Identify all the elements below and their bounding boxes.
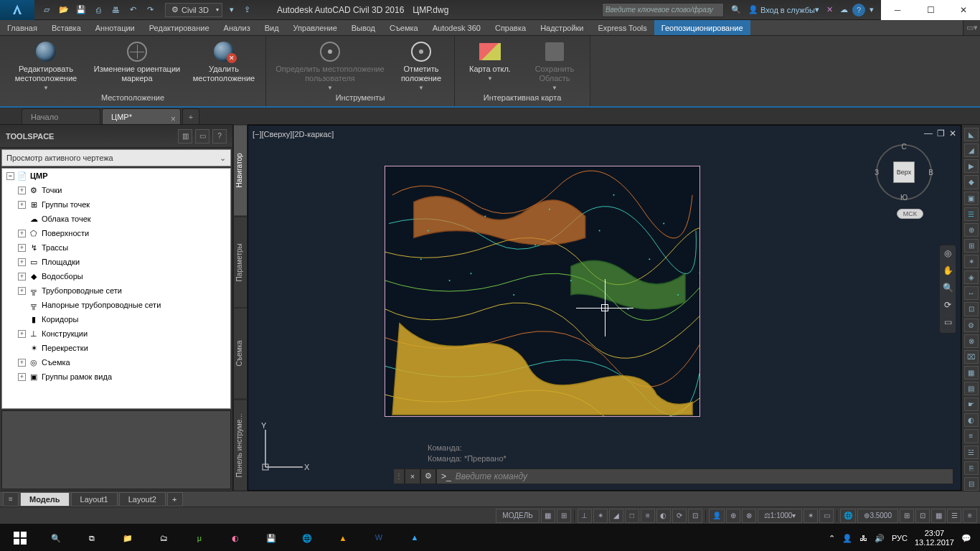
explorer-icon[interactable]: 📁: [110, 524, 145, 551]
wheel-icon[interactable]: ◎: [941, 248, 954, 261]
tray-up-icon[interactable]: ⌃: [829, 534, 835, 543]
sb-btn[interactable]: ⊞: [900, 509, 914, 523]
viewport-controls-label[interactable]: [−][Сверху][2D-каркас]: [253, 130, 334, 138]
civil3d-taskbar-icon[interactable]: ▲: [397, 524, 432, 551]
dynucs-icon[interactable]: ⊡: [688, 509, 702, 523]
map-off-button[interactable]: Карта откл.▼: [458, 37, 522, 93]
tree-item-pressure[interactable]: ╦Напорные трубопроводные сети: [2, 298, 230, 312]
layout-tab-2[interactable]: Layout2: [119, 492, 166, 507]
transparency-icon[interactable]: ◐: [656, 509, 671, 523]
rt-btn[interactable]: ⎘: [964, 461, 979, 475]
tab-home[interactable]: Главная: [0, 20, 44, 35]
rt-btn[interactable]: ☰: [964, 207, 979, 221]
remove-location-button[interactable]: Удалить местоположение: [185, 37, 263, 93]
open-icon[interactable]: 📂: [56, 2, 72, 18]
capture-area-button[interactable]: Сохранить Область▼: [522, 37, 587, 93]
tree-item-sites[interactable]: +▭Площадки: [2, 255, 230, 269]
doc-tab-start[interactable]: Начало: [22, 108, 100, 124]
tab-analyze[interactable]: Анализ: [217, 20, 258, 35]
close-tab-icon[interactable]: ×: [171, 111, 176, 127]
tab-annotate[interactable]: Аннотации: [88, 20, 142, 35]
app2-icon[interactable]: ▲: [326, 524, 360, 551]
a360-icon[interactable]: ☁: [837, 2, 851, 18]
notifications-icon[interactable]: 💬: [961, 534, 971, 543]
command-input[interactable]: >_ Введите команду: [436, 468, 953, 484]
utorrent-icon[interactable]: μ: [182, 524, 217, 551]
plot-icon[interactable]: 🖶: [108, 2, 123, 18]
vtab-settings[interactable]: Параметры: [233, 217, 248, 309]
vtab-toolbox[interactable]: Панель инструме...: [233, 400, 248, 491]
rt-btn[interactable]: ✶: [964, 255, 979, 268]
vp-restore-icon[interactable]: ❐: [937, 128, 945, 138]
ortho-icon[interactable]: ⊥: [578, 509, 592, 523]
save-app-icon[interactable]: 💾: [254, 524, 288, 551]
rt-btn[interactable]: ⊕: [964, 223, 979, 237]
cycling-icon[interactable]: ⟳: [672, 509, 687, 523]
viewcube-face[interactable]: Верх: [893, 161, 915, 183]
zoom-icon[interactable]: 🔍: [941, 283, 954, 296]
toolspace-view-dropdown[interactable]: Просмотр активного чертежа: [1, 149, 231, 166]
tree-item-survey[interactable]: +◎Съемка: [2, 355, 230, 369]
tree-item-surfaces[interactable]: +⬠Поверхности: [2, 226, 230, 240]
tab-output[interactable]: Вывод: [344, 20, 382, 35]
rt-btn[interactable]: ▣: [964, 192, 979, 205]
layout-tab-model[interactable]: Модель: [20, 492, 70, 507]
rt-btn[interactable]: ↔: [964, 286, 979, 300]
layout-nav-icon[interactable]: ≡: [3, 492, 19, 507]
signin-button[interactable]: 👤 Вход в службы ▾: [745, 2, 822, 18]
tree-item-intersections[interactable]: ✶Перекрестки: [2, 341, 230, 355]
explorer2-icon[interactable]: 🗂: [146, 524, 181, 551]
sb-btn[interactable]: ⊗: [742, 509, 756, 523]
word-icon[interactable]: W: [362, 524, 396, 551]
cmdline-config-icon[interactable]: ⚙: [420, 468, 436, 484]
sb-btn[interactable]: ✶: [804, 509, 818, 523]
lineweight-icon[interactable]: ≡: [641, 509, 655, 523]
viewcube[interactable]: Верх С Ю В З: [876, 144, 932, 200]
tab-express[interactable]: Express Tools: [590, 20, 654, 35]
close-button[interactable]: ✕: [947, 0, 980, 20]
ribbon-minimize-icon[interactable]: ▭▾: [963, 20, 980, 35]
mark-position-button[interactable]: Отметить положение▼: [391, 37, 451, 93]
vp-minimize-icon[interactable]: —: [924, 128, 933, 138]
showmotion-icon[interactable]: ▭: [941, 317, 954, 330]
network-icon[interactable]: 🖧: [859, 534, 867, 542]
drawing-viewport[interactable]: [−][Сверху][2D-каркас] — ❐ ✕ Верх С Ю В …: [248, 125, 961, 491]
isodraft-icon[interactable]: ◢: [609, 509, 623, 523]
rt-btn[interactable]: ◐: [964, 413, 979, 427]
tab-geolocation[interactable]: Геопозиционирование: [654, 20, 750, 35]
tree-item-viewframes[interactable]: +▣Группы рамок вида: [2, 369, 230, 384]
rt-btn[interactable]: ▶: [964, 159, 979, 173]
tab-a360[interactable]: Autodesk 360: [425, 20, 488, 35]
rt-btn[interactable]: ≡: [964, 429, 979, 443]
layout-tab-1[interactable]: Layout1: [71, 492, 118, 507]
toolspace-btn-1[interactable]: ▥: [178, 129, 192, 143]
tree-root[interactable]: −📄ЦМР: [2, 169, 230, 183]
workspace-selector[interactable]: ⚙ Civil 3D: [165, 3, 222, 17]
minimize-button[interactable]: ─: [881, 0, 914, 20]
sb-btn[interactable]: ▦: [931, 509, 946, 523]
new-doc-tab-button[interactable]: +: [182, 108, 199, 124]
tab-modify[interactable]: Редактирование: [142, 20, 217, 35]
rt-btn[interactable]: ⊡: [964, 302, 979, 316]
reorient-marker-button[interactable]: Изменение ориентации маркера: [89, 37, 185, 93]
tab-view[interactable]: Вид: [258, 20, 286, 35]
rt-btn[interactable]: ⚙: [964, 319, 979, 332]
sb-btn[interactable]: ⊡: [915, 509, 930, 523]
vtab-prospector[interactable]: Навигатор: [233, 125, 248, 217]
vtab-survey[interactable]: Съемка: [233, 308, 248, 400]
modelspace-toggle[interactable]: МОДЕЛЬ: [496, 509, 539, 523]
sb-btn[interactable]: ▭: [819, 509, 834, 523]
search-go-icon[interactable]: 🔍: [728, 2, 744, 18]
rt-btn[interactable]: ◢: [964, 143, 979, 157]
prospector-tree[interactable]: −📄ЦМР +⚙Точки +⊞Группы точек ☁Облака точ…: [1, 168, 231, 409]
osnap-icon[interactable]: □: [625, 509, 639, 523]
edit-location-button[interactable]: Редактировать местоположение▼: [3, 37, 89, 93]
sb-btn[interactable]: 👤: [709, 509, 725, 523]
sb-btn[interactable]: 🌐: [840, 509, 856, 523]
tree-item-pipenetworks[interactable]: +╦Трубопроводные сети: [2, 283, 230, 298]
rt-btn[interactable]: ⊞: [964, 239, 979, 253]
doc-tab-drawing[interactable]: ЦМР*×: [102, 108, 181, 124]
rt-btn[interactable]: ◣: [964, 128, 979, 141]
tree-item-pointclouds[interactable]: ☁Облака точек: [2, 212, 230, 226]
locate-me-button[interactable]: Определить местоположение пользователя▼: [269, 37, 391, 93]
